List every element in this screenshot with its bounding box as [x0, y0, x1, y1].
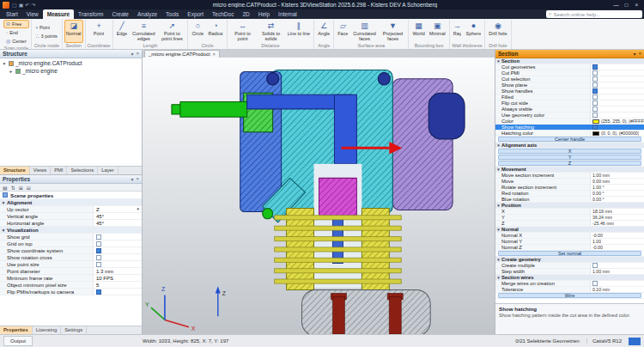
x-button[interactable]: X: [498, 149, 641, 154]
3d-canvas[interactable]: Z X Y Z: [143, 58, 495, 334]
output-tab[interactable]: Output: [3, 336, 33, 346]
document-tab-close-icon[interactable]: ×: [213, 51, 216, 58]
checkbox-show-coordinate-system[interactable]: [96, 248, 101, 253]
tab-layer[interactable]: Layer: [98, 167, 118, 174]
menu-icon[interactable]: ▾: [131, 51, 133, 57]
close-icon[interactable]: ×: [638, 51, 641, 57]
categorized-icon[interactable]: ▤: [3, 185, 8, 191]
expander-icon[interactable]: ▸: [9, 69, 14, 74]
section-row-y[interactable]: Y36.24 mm: [495, 215, 644, 221]
section-row-create-multiple[interactable]: Create multiple: [495, 263, 644, 269]
tree-item-micro-engine[interactable]: ▸_micro engine: [0, 67, 142, 75]
collapse-all-icon[interactable]: ⊟: [27, 185, 31, 191]
menu-tab-export[interactable]: Export: [183, 9, 208, 19]
alphabetical-icon[interactable]: ⇅: [11, 185, 15, 191]
z-button[interactable]: Z: [498, 161, 641, 166]
section-row-use-geometry-color[interactable]: Use geometry color: [495, 113, 644, 119]
section-group-position[interactable]: ▼Position: [495, 203, 644, 209]
y-button[interactable]: Y: [498, 155, 641, 160]
tab-views[interactable]: Views: [30, 167, 51, 174]
section-row-cut-selection[interactable]: Cut selection: [495, 76, 644, 82]
menu-icon[interactable]: ▾: [633, 51, 635, 57]
section-row-rotate-section-increment[interactable]: Rotate section increment1.00 °: [495, 185, 644, 191]
tab-properties[interactable]: Properties: [0, 326, 33, 334]
checkbox-merge-wires-on-creation[interactable]: [592, 281, 598, 286]
section-row-show-plane[interactable]: Show plane: [495, 82, 644, 88]
section-row-show-hatching[interactable]: Show hatching: [495, 125, 644, 131]
section-row-show-handles[interactable]: Show handles: [495, 88, 644, 94]
ribbon-button-face[interactable]: ▱Face: [336, 20, 349, 43]
menu-tab-transform[interactable]: Transform: [74, 9, 107, 19]
section-row-normal-y[interactable]: Normal Y1.00: [495, 239, 644, 245]
redo-icon[interactable]: ↷: [31, 3, 35, 8]
menu-tab-create[interactable]: Create: [107, 9, 133, 19]
checkbox-show-plane[interactable]: [592, 82, 598, 88]
section-row-flip-cut-side[interactable]: Flip cut side: [495, 100, 644, 107]
checkbox-create-multiple[interactable]: [592, 263, 598, 268]
tree-item-micro-engine-catproduct[interactable]: ▾_micro engine.CATProduct: [0, 59, 142, 67]
ribbon-button-edge[interactable]: ╱Edge: [115, 20, 130, 43]
ribbon-button-end[interactable]: ◦End: [3, 28, 29, 37]
checkbox-grid-on-top[interactable]: [96, 241, 101, 247]
section-row-red-rotation[interactable]: Red rotation0.00 °: [495, 191, 644, 197]
ribbon-button-radius[interactable]: ◔Radius: [206, 20, 224, 43]
tab-pmi[interactable]: PMI: [51, 167, 67, 174]
rear-cap-part[interactable]: [428, 93, 465, 139]
section-row-normal-z[interactable]: Normal Z-0.00: [495, 245, 644, 251]
checkbox-flip-cut-side[interactable]: [592, 100, 598, 106]
piston-part[interactable]: [319, 178, 356, 216]
minimize-button[interactable]: —: [611, 0, 621, 9]
maximize-button[interactable]: □: [622, 0, 631, 9]
ribbon-button-angle[interactable]: ∠Angle: [316, 20, 331, 43]
section-group-movement[interactable]: ▼Movement: [495, 167, 644, 173]
ribbon-button-circle[interactable]: ○Circle: [190, 20, 205, 43]
ribbon-button-cumulated-faces[interactable]: ▥Cumulated faces: [350, 20, 378, 43]
ribbon-button-solids-to-solids[interactable]: ⇄Solids to solids: [258, 20, 285, 43]
section-group-create-geometry[interactable]: ▼Create geometry: [495, 257, 644, 263]
tab-selections[interactable]: Selections: [67, 167, 98, 174]
checkbox-show-handles[interactable]: [592, 88, 598, 94]
ribbon-button-point[interactable]: +Point: [92, 20, 106, 43]
section-row-tolerance[interactable]: Tolerance0.10 mm: [495, 287, 644, 293]
property-group-alignment[interactable]: ▼Alignment: [0, 199, 142, 206]
menu-icon[interactable]: ▾: [131, 176, 133, 182]
section-row-normal-x[interactable]: Normal X-0.00: [495, 233, 644, 239]
tab-structure[interactable]: Structure: [0, 167, 30, 174]
set-normal-button[interactable]: Set normal: [498, 251, 641, 256]
ribbon-button-line-to-line[interactable]: ∥Line to line: [286, 20, 313, 43]
property-group-visualization[interactable]: ▼Visualization: [0, 227, 142, 234]
ribbon-button-center[interactable]: ◎Center: [3, 37, 29, 46]
section-group-alignment-axis[interactable]: ▼Alignment axis: [495, 143, 644, 149]
ribbon-button-world[interactable]: ▦World: [410, 20, 426, 43]
checkbox-show-rotation-cross[interactable]: [96, 255, 101, 260]
checkbox-show-grid[interactable]: [96, 234, 101, 240]
ribbon-button-drill-hole[interactable]: ◉Drill hole: [487, 20, 508, 43]
ribbon-button-point-to-point[interactable]: ↔Point to point: [229, 20, 257, 43]
muffler-part[interactable]: [302, 289, 431, 334]
open-icon[interactable]: ▢: [12, 3, 17, 8]
section-row-cut-pmi[interactable]: Cut PMI: [495, 70, 644, 76]
expand-all-icon[interactable]: ⊞: [19, 185, 23, 191]
ribbon-button-free[interactable]: ⊙Free: [3, 20, 29, 28]
3d-model-view[interactable]: Z X Y Z: [143, 58, 495, 334]
center-handle-button[interactable]: Center handle: [498, 137, 641, 142]
menu-tab-view[interactable]: View: [22, 9, 43, 19]
ribbon-button-normal[interactable]: ◪Normal: [64, 20, 83, 43]
close-icon[interactable]: ×: [136, 176, 139, 182]
close-button[interactable]: ×: [632, 0, 641, 9]
ribbon-button-sphere[interactable]: ●Sphere: [464, 20, 483, 43]
menu-tab-measure[interactable]: Measure: [43, 9, 74, 19]
close-icon[interactable]: ×: [136, 51, 139, 57]
checkbox-cut-selection[interactable]: [592, 76, 598, 82]
ribbon-button-point-to-point-lines[interactable]: ↗Point to point lines: [158, 20, 185, 43]
checkbox-always-visible[interactable]: [592, 107, 598, 112]
checkbox-use-geometry-color[interactable]: [592, 113, 598, 118]
tab-settings[interactable]: Settings: [61, 326, 87, 334]
prop-shaft-part[interactable]: [180, 102, 247, 118]
menu-tab-2d[interactable]: 2D: [238, 9, 253, 19]
menu-tab-analyze[interactable]: Analyze: [133, 9, 161, 19]
expander-icon[interactable]: ▾: [2, 61, 7, 66]
color-swatch-hatching-color[interactable]: [592, 131, 599, 136]
checkbox-show-hatching[interactable]: [592, 125, 598, 130]
wire-button[interactable]: Wire: [498, 293, 641, 298]
